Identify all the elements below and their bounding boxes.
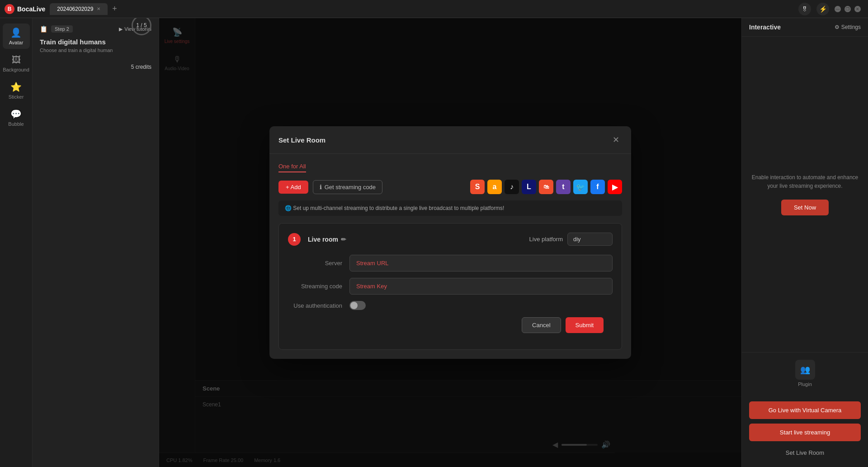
step-title: 📋 Step 2 xyxy=(40,25,73,33)
platform-twitch[interactable]: t xyxy=(556,180,571,194)
room-label: Live room ✏ xyxy=(308,236,346,243)
main-layout: 👤 Avatar 🖼 Background ⭐ Sticker 💬 Bubble… xyxy=(0,18,868,467)
sidebar-item-background[interactable]: 🖼 Background xyxy=(3,51,30,76)
platform-select[interactable]: diy YouTube Twitch TikTok Facebook xyxy=(567,233,613,246)
right-panel-header: Interactive ⚙ Settings xyxy=(742,18,868,37)
platform-facebook[interactable]: f xyxy=(590,180,605,194)
plugin-icon[interactable]: 👥 xyxy=(795,360,815,380)
gear-icon: ⚙ xyxy=(835,24,840,30)
progress-circle: 1 / 5 xyxy=(132,15,151,35)
streaming-code-row: Streaming code xyxy=(288,278,613,295)
tab-bar: 202406202029 ✕ + xyxy=(50,3,120,15)
logo-icon: B xyxy=(5,4,14,14)
go-live-virtual-camera-button[interactable]: Go Live with Virtual Camera xyxy=(749,401,861,419)
tab-one-for-all[interactable]: One for All xyxy=(278,163,306,172)
plugin-label: Plugin xyxy=(798,381,812,387)
start-live-streaming-button[interactable]: Start live streaming xyxy=(749,424,861,441)
sidebar-label-background: Background xyxy=(3,67,29,72)
tab-add-icon[interactable]: + xyxy=(109,4,120,14)
modal-title: Set Live Room xyxy=(278,136,326,144)
modal-footer: Cancel Submit xyxy=(288,317,613,340)
credits-text: 5 credits xyxy=(131,64,151,70)
modal-header: Set Live Room ✕ xyxy=(269,126,631,154)
title-bar-right: 🎖 ⚡ — ❐ ✕ xyxy=(798,3,868,15)
reward-icon[interactable]: 🎖 xyxy=(798,3,811,15)
tab-label: 202406202029 xyxy=(57,6,93,12)
modal-close-button[interactable]: ✕ xyxy=(609,133,622,146)
close-button[interactable]: ✕ xyxy=(854,6,861,12)
power-icon[interactable]: ⚡ xyxy=(816,3,829,15)
get-streaming-code-button[interactable]: ℹ Get streaming code xyxy=(313,180,382,194)
set-now-button[interactable]: Set Now xyxy=(781,200,829,215)
platform-twitter[interactable]: 🐦 xyxy=(573,180,588,194)
credits-row: 5 credits xyxy=(40,64,151,70)
live-platform-row: Live platform diy YouTube Twitch TikTok … xyxy=(529,233,613,246)
sidebar-label-avatar: Avatar xyxy=(9,40,24,45)
modal: Set Live Room ✕ One for All + Add ℹ Get xyxy=(269,126,631,359)
plugin-area: 👥 Plugin xyxy=(742,352,868,394)
avatar-icon: 👤 xyxy=(10,27,22,38)
sidebar-label-bubble: Bubble xyxy=(8,121,24,127)
promo-bar: 🌐 Set up multi-channel streaming to dist… xyxy=(278,200,622,216)
modal-overlay: Set Live Room ✕ One for All + Add ℹ Get xyxy=(159,18,741,467)
server-row: Server xyxy=(288,255,613,272)
use-auth-label: Use authentication xyxy=(288,302,342,309)
add-button[interactable]: + Add xyxy=(278,181,308,194)
platform-tiktok[interactable]: ♪ xyxy=(505,180,519,194)
modal-body: One for All + Add ℹ Get streaming code S… xyxy=(269,154,631,359)
auth-row: Use authentication xyxy=(288,301,613,310)
submit-button[interactable]: Submit xyxy=(566,317,604,333)
app-name: BocaLive xyxy=(17,5,45,13)
progress-text: 1 / 5 xyxy=(136,22,146,29)
center-main: 📡 Live settings 🎙 Audio-Video CPU 1.82% … xyxy=(159,18,741,467)
toggle-knob xyxy=(350,302,358,309)
platform-amazon[interactable]: a xyxy=(487,180,502,194)
auth-toggle[interactable] xyxy=(349,301,366,310)
right-panel: Interactive ⚙ Settings Enable interactio… xyxy=(741,18,868,467)
live-room-card: 1 Live room ✏ Live platform diy xyxy=(278,223,622,350)
settings-label: Settings xyxy=(841,24,861,30)
window-controls: — ❐ ✕ xyxy=(835,6,861,12)
stream-key-input[interactable] xyxy=(349,278,613,295)
live-room-top: 1 Live room ✏ Live platform diy xyxy=(288,233,613,246)
minimize-button[interactable]: — xyxy=(835,6,841,12)
app-logo: B BocaLive xyxy=(5,4,45,14)
tab-close-icon[interactable]: ✕ xyxy=(97,6,100,11)
train-title: Train digital humans xyxy=(40,38,113,46)
platform-shopee[interactable]: S xyxy=(470,180,485,194)
sidebar-item-bubble[interactable]: 💬 Bubble xyxy=(3,105,30,130)
sidebar-label-sticker: Sticker xyxy=(9,94,24,100)
right-panel-title: Interactive xyxy=(749,24,781,31)
right-panel-bottom: Go Live with Virtual Camera Start live s… xyxy=(742,394,868,467)
toolbar-row: + Add ℹ Get streaming code S a ♪ L 🛍 t xyxy=(278,180,622,194)
step-panel: 📋 Step 2 ▶ View tutorial Train digital h… xyxy=(33,18,159,467)
settings-button[interactable]: ⚙ Settings xyxy=(835,24,861,30)
interaction-description: Enable interaction to automate and enhan… xyxy=(749,173,861,191)
title-bar: B BocaLive 202406202029 ✕ + 🎖 ⚡ — ❐ ✕ xyxy=(0,0,868,18)
promo-text: 🌐 Set up multi-channel streaming to dist… xyxy=(285,205,504,211)
train-subtitle: Choose and train a digital human xyxy=(40,48,113,53)
room-number: 1 xyxy=(288,233,301,246)
step-badge: Step 2 xyxy=(51,25,73,33)
room-label-text: Live room xyxy=(308,236,338,243)
set-live-room-link[interactable]: Set Live Room xyxy=(749,446,861,460)
stream-url-input[interactable] xyxy=(349,255,613,272)
platform-youtube[interactable]: ▶ xyxy=(608,180,622,194)
modal-tab-row: One for All xyxy=(278,163,622,172)
play-icon: ▶ xyxy=(119,26,123,32)
right-panel-body: Enable interaction to automate and enhan… xyxy=(742,37,868,352)
maximize-button[interactable]: ❐ xyxy=(844,6,851,12)
server-label: Server xyxy=(288,260,342,267)
streaming-code-label: Streaming code xyxy=(288,283,342,290)
edit-icon[interactable]: ✏ xyxy=(341,236,346,243)
sidebar-item-sticker[interactable]: ⭐ Sticker xyxy=(3,78,30,103)
sticker-icon: ⭐ xyxy=(10,81,22,92)
sidebar-item-avatar[interactable]: 👤 Avatar xyxy=(3,24,30,49)
info-icon: ℹ xyxy=(320,184,322,191)
cancel-button[interactable]: Cancel xyxy=(522,317,561,333)
platform-shopee2[interactable]: 🛍 xyxy=(539,180,553,194)
bubble-icon: 💬 xyxy=(10,109,22,119)
platform-lazada[interactable]: L xyxy=(522,180,536,194)
background-icon: 🖼 xyxy=(12,55,21,65)
tab-active[interactable]: 202406202029 ✕ xyxy=(50,3,108,15)
